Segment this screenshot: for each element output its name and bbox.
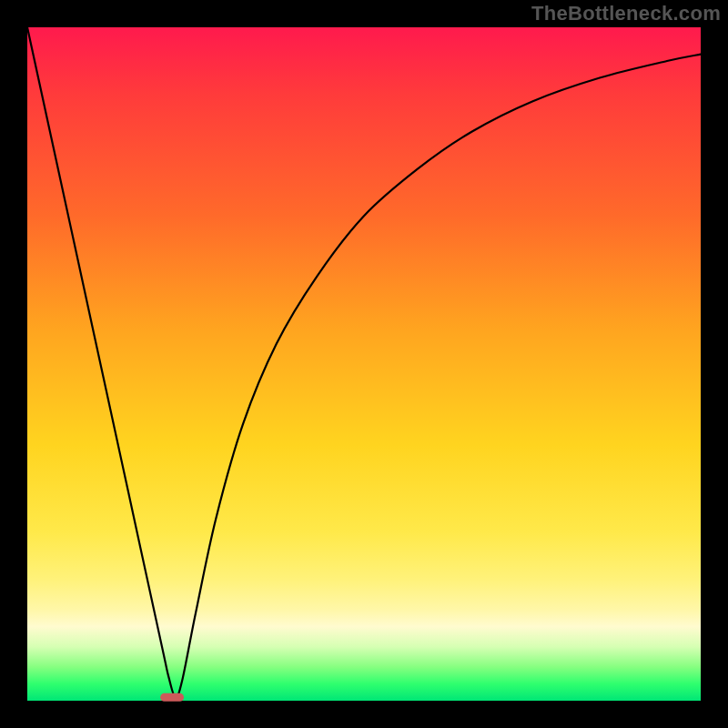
chart-svg bbox=[27, 27, 701, 701]
curve-path bbox=[27, 27, 701, 697]
watermark-text: TheBottleneck.com bbox=[531, 2, 721, 25]
chart-frame: TheBottleneck.com bbox=[0, 0, 728, 728]
plot-area bbox=[27, 27, 701, 701]
min-marker bbox=[160, 693, 184, 702]
